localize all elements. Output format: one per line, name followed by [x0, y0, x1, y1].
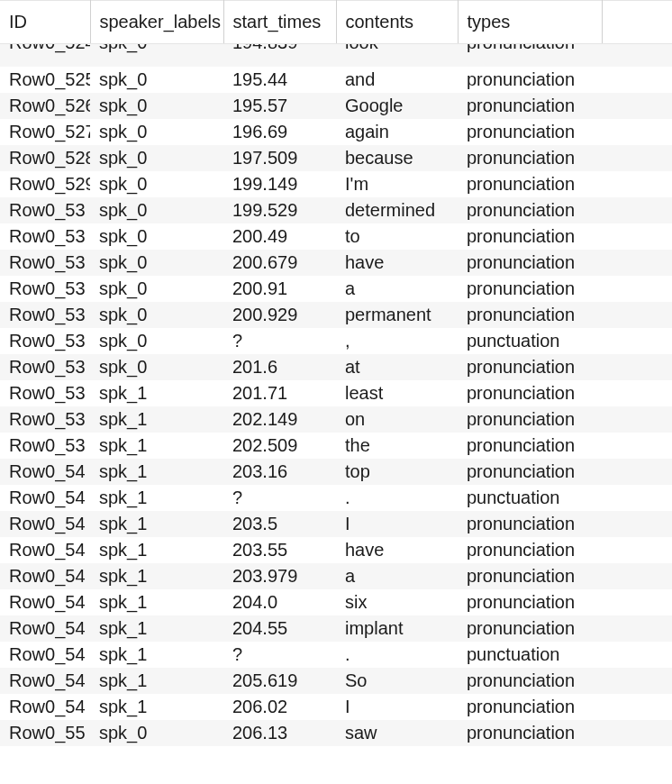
cell-start_times: 203.979	[223, 563, 336, 589]
cell-start_times: 203.55	[223, 537, 336, 563]
cell-speaker_labels: spk_0	[90, 223, 223, 250]
cell-start_times: ?	[223, 485, 336, 511]
cell-types: pronunciation	[458, 615, 602, 642]
cell-contents: .	[336, 485, 458, 511]
cell-contents: on	[336, 406, 458, 433]
cell-speaker_labels: spk_1	[90, 563, 223, 589]
cell-id: Row0_525	[0, 67, 90, 93]
cell-contents: to	[336, 223, 458, 250]
table-row[interactable]: Row0_54spk_1205.619Sopronunciation	[0, 668, 672, 694]
table-row[interactable]: Row0_527spk_0196.69againpronunciation	[0, 119, 672, 145]
cell-start_times: 205.619	[223, 668, 336, 694]
table-row[interactable]: Row0_526spk_0195.57Googlepronunciation	[0, 93, 672, 119]
table-row[interactable]: Row0_53spk_0?,punctuation	[0, 328, 672, 354]
table-row[interactable]: Row0_53spk_0199.529determinedpronunciati…	[0, 197, 672, 223]
col-header-start-times[interactable]: start_times	[223, 1, 336, 44]
cell-start_times: 200.49	[223, 223, 336, 250]
col-header-speaker-labels[interactable]: speaker_labels	[90, 1, 223, 44]
cell-start_times: 201.71	[223, 380, 336, 406]
data-table[interactable]: ID speaker_labels start_times contents t…	[0, 0, 672, 746]
table-header: ID speaker_labels start_times contents t…	[0, 1, 672, 44]
cell-id: Row0_524	[0, 44, 90, 68]
cell-start_times: 206.13	[223, 720, 336, 746]
cell-start_times: 200.91	[223, 276, 336, 302]
cell-types: pronunciation	[458, 145, 602, 171]
table-row[interactable]: Row0_53spk_1202.149onpronunciation	[0, 406, 672, 433]
cell-id: Row0_54	[0, 563, 90, 589]
table-row[interactable]: Row0_53spk_1202.509thepronunciation	[0, 433, 672, 459]
cell-speaker_labels: spk_1	[90, 694, 223, 720]
cell-id: Row0_53	[0, 406, 90, 433]
cell-id: Row0_529	[0, 171, 90, 197]
cell-trailing	[602, 328, 672, 354]
cell-trailing	[602, 354, 672, 380]
table-row[interactable]: Row0_53spk_0200.91apronunciation	[0, 276, 672, 302]
col-header-id[interactable]: ID	[0, 1, 90, 44]
cell-id: Row0_54	[0, 668, 90, 694]
cell-contents: least	[336, 380, 458, 406]
cell-start_times: 196.69	[223, 119, 336, 145]
cell-contents: So	[336, 668, 458, 694]
cell-contents: have	[336, 537, 458, 563]
cell-types: punctuation	[458, 642, 602, 668]
cell-start_times: 201.6	[223, 354, 336, 380]
table-row[interactable]: Row0_54spk_1?.punctuation	[0, 485, 672, 511]
table-row[interactable]: Row0_54spk_1203.16toppronunciation	[0, 459, 672, 485]
cell-speaker_labels: spk_0	[90, 250, 223, 276]
col-header-types[interactable]: types	[458, 1, 602, 44]
table-row[interactable]: Row0_54spk_1203.55havepronunciation	[0, 537, 672, 563]
cell-types: pronunciation	[458, 67, 602, 93]
cell-id: Row0_54	[0, 485, 90, 511]
table-row[interactable]: Row0_53spk_0200.929permanentpronunciatio…	[0, 302, 672, 328]
cell-start_times: 197.509	[223, 145, 336, 171]
cell-types: pronunciation	[458, 302, 602, 328]
table-row[interactable]: Row0_54spk_1204.55implantpronunciation	[0, 615, 672, 642]
cell-id: Row0_54	[0, 615, 90, 642]
cell-types: pronunciation	[458, 589, 602, 615]
cell-contents: again	[336, 119, 458, 145]
table-row[interactable]: Row0_54spk_1203.5Ipronunciation	[0, 511, 672, 537]
cell-start_times: 199.529	[223, 197, 336, 223]
cell-trailing	[602, 694, 672, 720]
cell-contents: the	[336, 433, 458, 459]
cell-contents: a	[336, 276, 458, 302]
cell-speaker_labels: spk_1	[90, 380, 223, 406]
cell-id: Row0_53	[0, 433, 90, 459]
cell-types: pronunciation	[458, 93, 602, 119]
col-header-trailing[interactable]	[602, 1, 672, 44]
table-row[interactable]: Row0_54spk_1206.02Ipronunciation	[0, 694, 672, 720]
cell-id: Row0_54	[0, 642, 90, 668]
cell-types: pronunciation	[458, 380, 602, 406]
cell-trailing	[602, 276, 672, 302]
cell-speaker_labels: spk_0	[90, 720, 223, 746]
cell-trailing	[602, 67, 672, 93]
col-header-contents[interactable]: contents	[336, 1, 458, 44]
table-row[interactable]: Row0_53spk_0201.6atpronunciation	[0, 354, 672, 380]
cell-trailing	[602, 44, 672, 68]
table-row[interactable]: Row0_53spk_1201.71leastpronunciation	[0, 380, 672, 406]
table-row[interactable]: Row0_53spk_0200.679havepronunciation	[0, 250, 672, 276]
table-row[interactable]: Row0_53spk_0200.49topronunciation	[0, 223, 672, 250]
table-row[interactable]: Row0_54spk_1203.979apronunciation	[0, 563, 672, 589]
cell-speaker_labels: spk_0	[90, 197, 223, 223]
cell-contents: look	[336, 44, 458, 68]
cell-types: punctuation	[458, 328, 602, 354]
cell-id: Row0_55	[0, 720, 90, 746]
cell-contents: I'm	[336, 171, 458, 197]
cell-trailing	[602, 668, 672, 694]
cell-speaker_labels: spk_1	[90, 589, 223, 615]
table-row[interactable]: Row0_528spk_0197.509becausepronunciation	[0, 145, 672, 171]
table-row[interactable]: Row0_529spk_0199.149I'mpronunciation	[0, 171, 672, 197]
cell-types: pronunciation	[458, 119, 602, 145]
cell-id: Row0_53	[0, 328, 90, 354]
table-row[interactable]: Row0_524spk_0194.839lookpronunciation	[0, 44, 672, 68]
cell-id: Row0_528	[0, 145, 90, 171]
table-row[interactable]: Row0_525spk_0195.44andpronunciation	[0, 67, 672, 93]
cell-types: pronunciation	[458, 250, 602, 276]
table-row[interactable]: Row0_55spk_0206.13sawpronunciation	[0, 720, 672, 746]
cell-trailing	[602, 589, 672, 615]
cell-trailing	[602, 615, 672, 642]
table-row[interactable]: Row0_54spk_1204.0sixpronunciation	[0, 589, 672, 615]
table-row[interactable]: Row0_54spk_1?.punctuation	[0, 642, 672, 668]
cell-trailing	[602, 511, 672, 537]
